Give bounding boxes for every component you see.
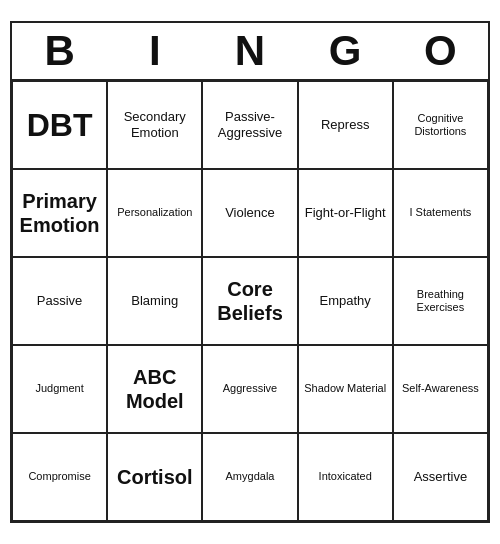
bingo-cell-17: Aggressive — [202, 345, 297, 433]
bingo-cell-18: Shadow Material — [298, 345, 393, 433]
bingo-cell-4: Cognitive Distortions — [393, 81, 488, 169]
bingo-cell-9: I Statements — [393, 169, 488, 257]
bingo-letter-g: G — [301, 27, 389, 75]
bingo-cell-12: Core Beliefs — [202, 257, 297, 345]
bingo-header: BINGO — [12, 23, 488, 81]
bingo-cell-5: Primary Emotion — [12, 169, 107, 257]
bingo-cell-13: Empathy — [298, 257, 393, 345]
bingo-letter-i: I — [111, 27, 199, 75]
bingo-cell-14: Breathing Exercises — [393, 257, 488, 345]
bingo-cell-3: Repress — [298, 81, 393, 169]
bingo-cell-1: Secondary Emotion — [107, 81, 202, 169]
bingo-card: BINGO DBTSecondary EmotionPassive-Aggres… — [10, 21, 490, 523]
bingo-cell-22: Amygdala — [202, 433, 297, 521]
bingo-cell-0: DBT — [12, 81, 107, 169]
bingo-letter-o: O — [396, 27, 484, 75]
bingo-grid: DBTSecondary EmotionPassive-AggressiveRe… — [12, 81, 488, 521]
bingo-letter-b: B — [16, 27, 104, 75]
bingo-cell-7: Violence — [202, 169, 297, 257]
bingo-cell-15: Judgment — [12, 345, 107, 433]
bingo-cell-19: Self-Awareness — [393, 345, 488, 433]
bingo-cell-24: Assertive — [393, 433, 488, 521]
bingo-cell-16: ABC Model — [107, 345, 202, 433]
bingo-cell-8: Fight-or-Flight — [298, 169, 393, 257]
bingo-cell-20: Compromise — [12, 433, 107, 521]
bingo-cell-2: Passive-Aggressive — [202, 81, 297, 169]
bingo-cell-11: Blaming — [107, 257, 202, 345]
bingo-letter-n: N — [206, 27, 294, 75]
bingo-cell-6: Personalization — [107, 169, 202, 257]
bingo-cell-21: Cortisol — [107, 433, 202, 521]
bingo-cell-10: Passive — [12, 257, 107, 345]
bingo-cell-23: Intoxicated — [298, 433, 393, 521]
